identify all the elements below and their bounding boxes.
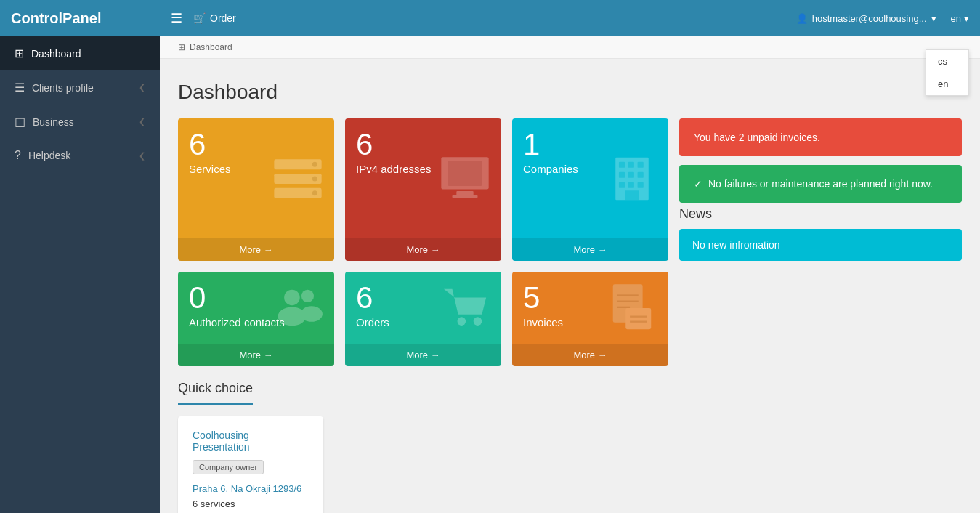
check-icon: ✓ [694, 178, 702, 190]
main-content: ⊞ Dashboard Dashboard 6 Services [160, 36, 980, 513]
brand: ControlPanel [11, 10, 171, 27]
people-icon [272, 283, 323, 334]
sidebar-item-business[interactable]: ◫ Business ❮ [0, 105, 160, 139]
layout: ⊞ Dashboard ☰ Clients profile ❮ ◫ Busine… [0, 36, 980, 513]
topnav: ControlPanel ☰ 🛒 Order 👤 hostmaster@cool… [0, 0, 980, 36]
dashboard-row2: 0 Authorized contacts More → [178, 272, 962, 366]
breadcrumb-icon: ⊞ [178, 42, 185, 52]
orders-card[interactable]: 6 Orders More → [345, 272, 501, 366]
helpdesk-icon: ? [15, 149, 21, 162]
svg-point-5 [312, 190, 317, 195]
svg-point-26 [474, 317, 482, 326]
lang-selector[interactable]: en ▾ cs en [951, 13, 969, 24]
svg-rect-14 [619, 171, 625, 177]
sidebar-item-label: Business [33, 116, 74, 128]
user-menu[interactable]: 👤 hostmaster@coolhousing... ▾ [796, 13, 936, 24]
sidebar-item-dashboard[interactable]: ⊞ Dashboard [0, 36, 160, 70]
hamburger-icon[interactable]: ☰ [171, 10, 182, 26]
clients-profile-icon: ☰ [15, 81, 25, 94]
svg-point-21 [284, 289, 300, 305]
svg-rect-8 [456, 190, 473, 195]
maintenance-text: No failures or maintenance are planned r… [708, 178, 933, 190]
building-icon [607, 153, 657, 204]
news-item: No new infromation [679, 229, 962, 261]
business-icon: ◫ [15, 115, 25, 129]
svg-rect-12 [628, 161, 634, 167]
services-more[interactable]: More → [178, 238, 334, 261]
ipv4-card[interactable]: 6 IPv4 addresses More → [345, 118, 501, 261]
svg-point-24 [301, 306, 323, 322]
contacts-more[interactable]: More → [178, 344, 334, 366]
chevron-icon: ❮ [139, 83, 145, 92]
sidebar-item-label: Dashboard [31, 48, 81, 60]
company-name[interactable]: Coolhousing Presentation [193, 429, 309, 453]
lang-dropdown: cs en [926, 49, 969, 96]
content-area: Dashboard 6 Services [160, 66, 980, 513]
order-button[interactable]: 🛒 Order [193, 12, 236, 24]
companies-card[interactable]: 1 Companies [512, 118, 668, 261]
sidebar-item-label: Clients profile [32, 82, 94, 94]
chevron-icon: ❮ [139, 151, 145, 161]
svg-rect-32 [625, 308, 651, 329]
quick-choice-title: Quick choice [178, 381, 253, 405]
quick-choice-card: Coolhousing Presentation Company owner P… [178, 416, 323, 513]
svg-rect-17 [619, 182, 625, 187]
page-title: Dashboard [178, 81, 962, 104]
svg-rect-18 [628, 182, 634, 187]
svg-point-4 [312, 176, 317, 181]
svg-rect-13 [638, 161, 644, 167]
order-icon: 🛒 [193, 12, 206, 24]
cart-icon [440, 283, 490, 334]
breadcrumb: ⊞ Dashboard [160, 36, 980, 59]
svg-rect-19 [638, 182, 644, 187]
user-icon: 👤 [796, 13, 808, 24]
news-section: News No new infromation [679, 206, 962, 261]
svg-point-25 [458, 317, 466, 326]
sidebar-item-label: Helpdesk [28, 150, 70, 161]
invoice-icon [607, 283, 657, 334]
lang-label: en [951, 13, 961, 24]
svg-rect-9 [453, 195, 478, 198]
invoices-more[interactable]: More → [512, 344, 668, 366]
svg-point-23 [301, 289, 314, 302]
dashboard-row1: 6 Services More → [178, 118, 962, 261]
svg-rect-15 [628, 171, 634, 177]
right-panel: You have 2 unpaid invoices. ✓ No failure… [679, 118, 962, 261]
sidebar-item-helpdesk[interactable]: ? Helpdesk ❮ [0, 139, 160, 172]
lang-dropdown-icon: ▾ [964, 13, 969, 24]
order-label: Order [210, 12, 236, 24]
svg-rect-20 [625, 190, 639, 200]
sidebar: ⊞ Dashboard ☰ Clients profile ❮ ◫ Busine… [0, 36, 160, 513]
chevron-icon: ❮ [139, 117, 145, 126]
svg-rect-11 [619, 161, 625, 167]
sidebar-item-clients-profile[interactable]: ☰ Clients profile ❮ [0, 70, 160, 105]
company-services: 6 services [193, 498, 309, 509]
server-icon [272, 153, 323, 204]
company-badge: Company owner [193, 460, 264, 474]
lang-cs[interactable]: cs [926, 50, 968, 73]
invoices-card[interactable]: 5 Invoices [512, 272, 668, 366]
orders-more[interactable]: More → [345, 344, 501, 366]
unpaid-invoices-alert[interactable]: You have 2 unpaid invoices. [679, 118, 962, 156]
unpaid-invoices-link[interactable]: You have 2 unpaid invoices. [694, 132, 820, 143]
services-card[interactable]: 6 Services More → [178, 118, 334, 261]
company-address: Praha 6, Na Okraji 1293/6 [193, 483, 309, 494]
ipv4-more[interactable]: More → [345, 238, 501, 261]
svg-rect-7 [448, 160, 482, 185]
svg-rect-16 [638, 171, 644, 177]
svg-point-3 [312, 161, 317, 166]
news-title: News [679, 206, 962, 222]
user-email: hostmaster@coolhousing... [812, 13, 927, 24]
lang-en[interactable]: en [926, 73, 968, 95]
dashboard-icon: ⊞ [15, 47, 24, 60]
companies-more[interactable]: More → [512, 238, 668, 261]
user-dropdown-icon: ▾ [931, 13, 936, 24]
breadcrumb-label: Dashboard [190, 42, 232, 52]
quick-choice-section: Quick choice Coolhousing Presentation Co… [178, 381, 962, 513]
monitor-icon [440, 153, 490, 204]
maintenance-alert: ✓ No failures or maintenance are planned… [679, 165, 962, 203]
contacts-card[interactable]: 0 Authorized contacts More → [178, 272, 334, 366]
